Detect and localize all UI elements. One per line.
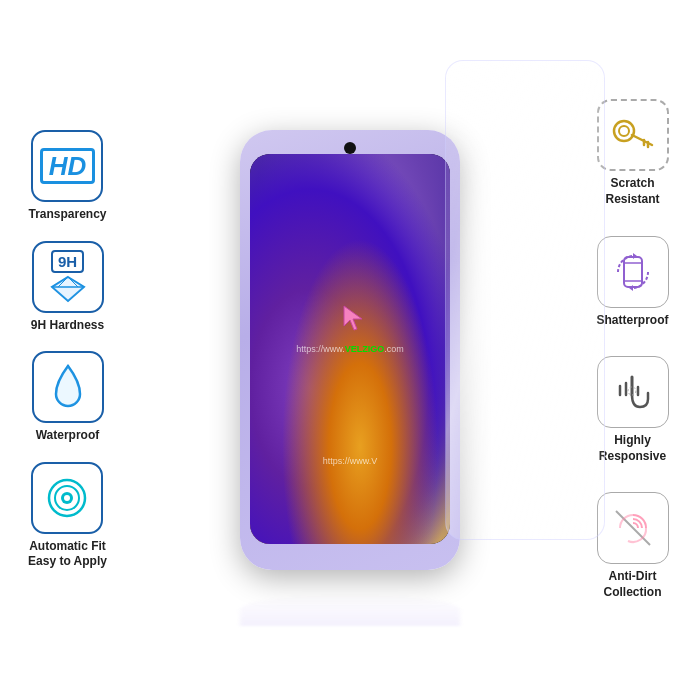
phone-center: https://www.VELZIGO.com https://www.V [165, 20, 535, 680]
cursor-arrow-icon [340, 302, 370, 332]
svg-marker-9 [344, 306, 362, 330]
hd-icon-box: HD [31, 130, 103, 202]
feature-hd-transparency: HD Transparency [28, 130, 106, 223]
circle-target-icon-box [31, 462, 103, 534]
hd-icon: HD [40, 148, 96, 184]
watermark-text: https://www.VELZIGO.com [296, 344, 404, 354]
circle-target-icon [44, 475, 90, 521]
main-container: HD Transparency 9H 9H Hardness [0, 0, 700, 700]
phone-rotate-icon-box [597, 236, 669, 308]
svg-point-8 [64, 495, 70, 501]
waterproof-label: Waterproof [36, 428, 100, 444]
fingerprint-icon [610, 505, 656, 551]
anti-dirt-label: Anti-DirtCollection [603, 569, 661, 600]
feature-auto-fit: Automatic FitEasy to Apply [28, 462, 107, 570]
svg-marker-19 [629, 285, 633, 291]
diamond-svg [50, 275, 86, 303]
svg-point-10 [614, 121, 634, 141]
diamond-icon: 9H [50, 250, 86, 303]
phone-screen: https://www.VELZIGO.com https://www.V [250, 154, 450, 544]
feature-anti-dirt: Anti-DirtCollection [597, 492, 669, 600]
svg-marker-18 [633, 253, 637, 259]
feature-9h-hardness: 9H 9H Hardness [31, 241, 104, 334]
features-left-column: HD Transparency 9H 9H Hardness [10, 130, 125, 570]
phone-wallpaper: https://www.VELZIGO.com https://www.V [250, 154, 450, 544]
9h-text: 9H [51, 250, 84, 273]
feature-highly-responsive: HighlyResponsive [597, 356, 669, 464]
phone-notch [344, 142, 356, 154]
key-icon [610, 115, 656, 155]
feature-waterproof: Waterproof [32, 351, 104, 444]
scratch-label: ScratchResistant [605, 176, 659, 207]
hardness-label: 9H Hardness [31, 318, 104, 334]
feature-shatterproof: Shatterproof [597, 236, 669, 329]
touch-icon [610, 369, 656, 415]
diamond-icon-box: 9H [32, 241, 104, 313]
phone-reflection [240, 594, 460, 626]
auto-fit-label: Automatic FitEasy to Apply [28, 539, 107, 570]
touch-icon-box [597, 356, 669, 428]
watermark-text-2: https://www.V [323, 456, 378, 466]
feature-scratch-resistant: ScratchResistant [597, 99, 669, 207]
phone-rotate-icon [610, 249, 656, 295]
svg-point-11 [619, 126, 629, 136]
shatterproof-label: Shatterproof [597, 313, 669, 329]
drop-icon-box [32, 351, 104, 423]
hd-label: Transparency [28, 207, 106, 223]
drop-icon [48, 362, 88, 412]
svg-rect-15 [624, 257, 642, 287]
responsive-label: HighlyResponsive [599, 433, 666, 464]
svg-line-21 [616, 511, 650, 545]
svg-marker-1 [52, 277, 84, 301]
key-icon-box [597, 99, 669, 171]
phone-body: https://www.VELZIGO.com https://www.V [240, 130, 460, 570]
fingerprint-icon-box [597, 492, 669, 564]
features-right-column: ScratchResistant Shatterproof [575, 99, 690, 600]
watermark-url: https://www.VELZIGO.com [296, 344, 404, 354]
